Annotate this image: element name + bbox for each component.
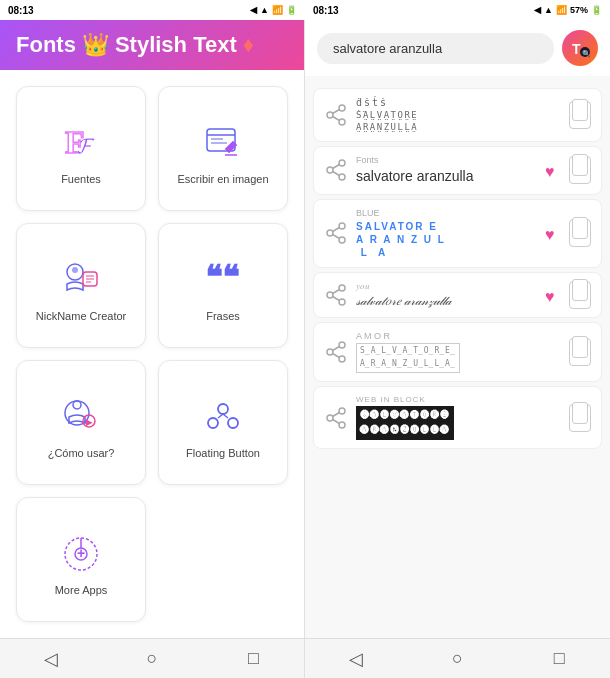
svg-line-45 [333,235,340,239]
como-usar-button[interactable]: ▶ ¿Cómo usar? [16,360,146,485]
frases-label: Frases [206,310,240,322]
svg-point-38 [339,174,345,180]
result-content: BLUE SALVATOR EA R A N Z U L L A [356,208,537,259]
svg-point-56 [339,408,345,414]
left-panel: Fonts 👑 Stylish Text ♦ F 𝓕 Fuentes [0,0,305,678]
copy-icon[interactable] [569,404,591,432]
svg-text:+: + [77,545,85,561]
svg-line-60 [333,419,340,423]
diamond-icon: ♦ [243,32,254,58]
svg-point-33 [339,119,345,125]
svg-line-55 [333,353,340,357]
svg-line-34 [333,110,340,114]
more-apps-button[interactable]: + More Apps [16,497,146,622]
left-time: 08:13 [8,5,34,16]
result-content: A M O R S̲A̲L̲V̲A̲T̲O̲R̲E̲A̲R̲A̲N̲Z̲U̲L̲… [356,331,561,373]
result-tag: WEB IN BLOCK [356,395,561,404]
result-item: Fonts salvatore aranzulla ♥ [313,146,602,194]
svg-point-21 [228,418,238,428]
floating-label: Floating Button [186,447,260,459]
recent-button-right[interactable]: □ [547,647,571,671]
escribir-button[interactable]: Escribir en imagen [158,86,288,211]
como-usar-icon: ▶ [57,393,105,441]
result-tag: ḋṡṫṡ [356,97,561,108]
escribir-label: Escribir en imagen [177,173,268,185]
svg-text:𝓕: 𝓕 [77,133,95,158]
right-status-icons: ◀ ▲ 📶 57% 🔋 [534,5,602,15]
more-apps-label: More Apps [55,584,108,596]
svg-line-49 [333,289,340,293]
frases-icon: ❝❝ [199,256,247,304]
floating-icon [199,393,247,441]
heart-icon[interactable]: ♥ [545,288,559,302]
result-item: ḋṡṫṡ Ṡ̈A̤L̤V̤A̤T̤O̤R̤E̤A̤R̤A̤N̤Z̤ṲL̤L̤A… [313,88,602,142]
fuentes-label: Fuentes [61,173,101,185]
svg-point-32 [327,112,333,118]
share-icon[interactable] [324,406,348,430]
result-text: SALVATOR EA R A N Z U L L A [356,220,537,259]
svg-point-51 [339,342,345,348]
back-button-left[interactable]: ◁ [39,647,63,671]
floating-button[interactable]: Floating Button [158,360,288,485]
result-item: A M O R S̲A̲L̲V̲A̲T̲O̲R̲E̲A̲R̲A̲N̲Z̲U̲L̲… [313,322,602,382]
result-content: Fonts salvatore aranzulla [356,155,537,185]
fuentes-icon: F 𝓕 [57,119,105,167]
result-text: salvatore aranzulla [356,167,537,185]
share-icon[interactable] [324,103,348,127]
home-button-left[interactable]: ○ [140,647,164,671]
nickname-icon [57,256,105,304]
share-icon[interactable] [324,221,348,245]
heart-icon[interactable]: ♥ [545,226,559,240]
result-content: ḋṡṫṡ Ṡ̈A̤L̤V̤A̤T̤O̤R̤E̤A̤R̤A̤N̤Z̤ṲL̤L̤A… [356,97,561,133]
app-title: Fonts 👑 Stylish Text ♦ [16,32,254,58]
share-icon[interactable] [324,283,348,307]
result-item: 𝑦𝑜𝑢 𝓈𝒶𝓁𝓋𝒶𝓉𝑜𝓇𝑒 𝒶𝓇𝒶𝓃𝓏𝓊𝓁𝓁𝒶 ♥ [313,272,602,319]
svg-point-46 [339,285,345,291]
svg-line-59 [333,412,340,416]
fuentes-button[interactable]: F 𝓕 Fuentes [16,86,146,211]
copy-icon[interactable] [569,338,591,366]
result-tag: BLUE [356,208,537,218]
heart-icon[interactable]: ♥ [545,163,559,177]
profile-avatar[interactable]: T 🔍 [562,30,598,66]
nickname-label: NickName Creator [36,310,126,322]
recent-button-left[interactable]: □ [241,647,265,671]
copy-icon[interactable] [569,281,591,309]
svg-point-36 [339,160,345,166]
right-status-bar: 08:13 ◀ ▲ 📶 57% 🔋 [305,0,610,20]
back-button-right[interactable]: ◁ [344,647,368,671]
svg-text:❝❝: ❝❝ [205,259,239,295]
copy-icon[interactable] [569,156,591,184]
home-button-right[interactable]: ○ [445,647,469,671]
result-item: WEB IN BLOCK 🅢🅐🅛🅥🅐🅣🅞🅡🅔🅐🅡🅐🅝🅩🅤🅛🅛🅐 [313,386,602,450]
nickname-button[interactable]: NickName Creator [16,223,146,348]
svg-line-54 [333,346,340,350]
copy-icon[interactable] [569,219,591,247]
frases-button[interactable]: ❝❝ Frases [158,223,288,348]
svg-point-52 [327,349,333,355]
left-status-bar: 08:13 ◀ ▲ 📶 🔋 [0,0,305,20]
share-icon[interactable] [324,158,348,182]
escribir-icon [199,119,247,167]
result-text: S̲A̲L̲V̲A̲T̲O̲R̲E̲A̲R̲A̲N̲Z̲U̲L̲L̲A̲ [356,343,460,373]
svg-line-40 [333,172,340,176]
feature-grid: F 𝓕 Fuentes Escribir en imagen [0,70,304,638]
svg-point-47 [327,292,333,298]
right-nav-bar: ◁ ○ □ [305,638,610,678]
result-text: 🅢🅐🅛🅥🅐🅣🅞🅡🅔🅐🅡🅐🅝🅩🅤🅛🅛🅐 [356,406,454,441]
share-icon[interactable] [324,340,348,364]
more-apps-icon: + [57,530,105,578]
svg-point-31 [339,105,345,111]
result-tag: A M O R [356,331,561,341]
copy-icon[interactable] [569,101,591,129]
result-tag: 𝑦𝑜𝑢 [356,281,537,292]
svg-point-9 [72,267,78,273]
result-item: BLUE SALVATOR EA R A N Z U L L A ♥ [313,199,602,268]
svg-text:T: T [572,41,581,57]
svg-point-48 [339,299,345,305]
app-header: Fonts 👑 Stylish Text ♦ [0,20,304,70]
svg-point-43 [339,237,345,243]
svg-point-42 [327,230,333,236]
results-list: ḋṡṫṡ Ṡ̈A̤L̤V̤A̤T̤O̤R̤E̤A̤R̤A̤N̤Z̤ṲL̤L̤A… [305,76,610,638]
search-input[interactable] [317,33,554,64]
